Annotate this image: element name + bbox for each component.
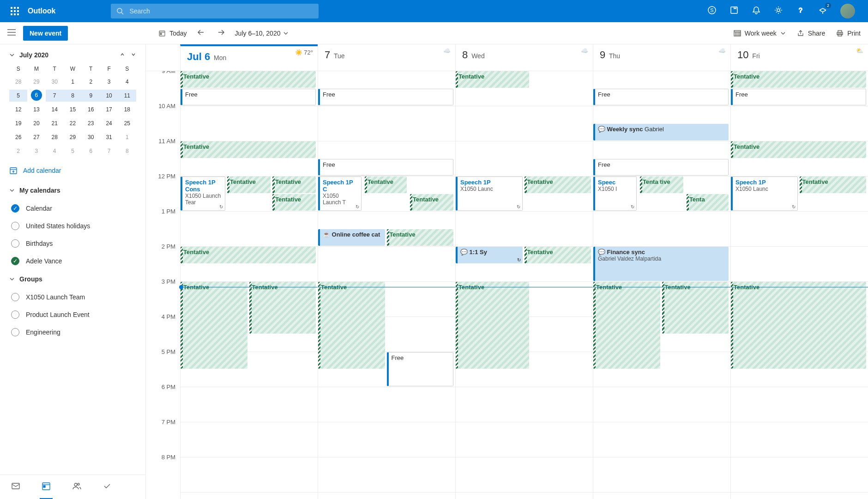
calendar-event[interactable]: Free — [593, 159, 729, 176]
mini-cal-prev[interactable] — [120, 51, 125, 59]
group-item[interactable]: Engineering — [0, 323, 145, 341]
mini-cal-day[interactable]: 30 — [46, 76, 64, 88]
calendar-item[interactable]: Birthdays — [0, 235, 145, 252]
calendar-event[interactable]: Tentative — [456, 71, 529, 88]
prev-week-button[interactable] — [194, 26, 207, 41]
calendar-event[interactable]: ☕ Online coffee cat — [318, 229, 385, 246]
calendar-event[interactable]: Tentative — [524, 247, 591, 263]
mini-cal-day[interactable]: 6 — [82, 145, 100, 157]
calendar-event[interactable]: Tenta tive — [640, 176, 683, 193]
mini-cal-day[interactable]: 16 — [82, 103, 100, 116]
mini-cal-day[interactable]: 25 — [118, 117, 136, 129]
day-header[interactable]: 9 Thu☁️ — [593, 44, 730, 71]
calendar-event[interactable]: 💬 Finance syncGabriel Valdez Malpartida — [593, 247, 729, 281]
calendar-event[interactable]: SpeecX1050 I↻ — [593, 176, 637, 211]
day-column[interactable]: FreeFreeSpeech 1P CX1050 Launch T↻Tentat… — [318, 71, 455, 499]
calendar-event[interactable]: Tentative — [272, 194, 316, 211]
view-selector[interactable]: Work week — [734, 30, 786, 37]
group-checkbox[interactable] — [11, 310, 19, 319]
calendar-event[interactable]: Tentative — [227, 176, 271, 193]
day-header[interactable]: 8 Wed☁️ — [455, 44, 593, 71]
calendar-item[interactable]: Adele Vance — [0, 252, 145, 270]
settings-icon[interactable] — [774, 6, 783, 17]
mini-cal-day[interactable]: 3 — [100, 76, 118, 88]
group-checkbox[interactable] — [11, 293, 19, 301]
hamburger-icon[interactable] — [7, 29, 16, 37]
calendar-event[interactable]: Tentative — [731, 282, 866, 369]
mini-cal-day[interactable]: 8 — [118, 145, 136, 157]
calendar-event[interactable]: Free — [318, 159, 453, 176]
day-column[interactable]: Free💬 Weekly sync GabrielFreeSpeecX1050 … — [593, 71, 730, 499]
mini-cal-day[interactable]: 13 — [27, 103, 45, 116]
date-range-picker[interactable]: July 6–10, 2020 — [235, 30, 289, 37]
day-column[interactable]: TentativeFreeTentativeSpeech 1PX1050 Lau… — [730, 71, 868, 499]
mini-cal-day[interactable]: 19 — [9, 117, 27, 129]
notes-icon[interactable] — [729, 6, 739, 17]
notifications-icon[interactable] — [752, 6, 761, 17]
calendar-event[interactable]: Tentative — [662, 282, 729, 334]
mini-cal-day[interactable]: 2 — [9, 145, 27, 157]
app-launcher-icon[interactable] — [4, 0, 26, 22]
mini-cal-day[interactable]: 7 — [46, 90, 64, 102]
next-week-button[interactable] — [215, 26, 228, 41]
mini-cal-day[interactable]: 15 — [64, 103, 82, 116]
mini-cal-day[interactable]: 6 — [31, 90, 42, 101]
share-button[interactable]: Share — [797, 30, 825, 37]
new-event-button[interactable]: New event — [23, 26, 68, 41]
mini-cal-day[interactable]: 14 — [46, 103, 64, 116]
mini-cal-day[interactable]: 9 — [82, 90, 100, 102]
calendar-event[interactable]: Tentative — [387, 229, 454, 246]
mini-cal-day[interactable]: 21 — [46, 117, 64, 129]
teams-icon[interactable]: 2 — [818, 6, 827, 17]
calendar-event[interactable]: Tenta — [687, 194, 729, 211]
mini-cal-day[interactable]: 23 — [82, 117, 100, 129]
skype-icon[interactable]: S — [707, 6, 717, 17]
day-header[interactable]: 7 Tue☁️ — [318, 44, 455, 71]
calendar-event[interactable]: Free — [731, 89, 866, 105]
day-column[interactable]: TentativeFreeTentativeSpeech 1P ConsX105… — [180, 71, 318, 499]
mini-cal-day[interactable]: 29 — [27, 76, 45, 88]
calendar-event[interactable]: Tentative — [731, 141, 866, 158]
mini-cal-day[interactable]: 1 — [118, 131, 136, 143]
calendar-event[interactable]: Tentative — [456, 282, 529, 369]
calendar-item[interactable]: Calendar — [0, 200, 145, 217]
today-button[interactable]: Today — [158, 30, 187, 37]
calendar-event[interactable]: Free — [181, 89, 316, 105]
add-calendar-button[interactable]: Add calendar — [0, 160, 145, 181]
mini-cal-day[interactable]: 31 — [100, 131, 118, 143]
mini-cal-day[interactable]: 11 — [118, 90, 136, 102]
calendar-event[interactable]: Tentative — [249, 282, 316, 334]
mini-cal-day[interactable]: 4 — [46, 145, 64, 157]
mini-cal-day[interactable]: 24 — [100, 117, 118, 129]
calendar-event[interactable]: Tentative — [800, 176, 867, 193]
calendar-event[interactable]: Tentative — [181, 71, 316, 88]
group-item[interactable]: Product Launch Event — [0, 306, 145, 323]
calendar-event[interactable]: Tentative — [181, 282, 247, 369]
calendar-event[interactable]: Tentative — [365, 176, 407, 193]
calendar-event[interactable]: Tentative — [410, 194, 453, 211]
mini-cal-next[interactable] — [131, 51, 136, 59]
calendar-event[interactable]: Tentative — [318, 282, 385, 369]
calendar-item[interactable]: United States holidays — [0, 217, 145, 235]
mini-cal-day[interactable]: 8 — [64, 90, 82, 102]
mini-cal-day[interactable]: 5 — [64, 145, 82, 157]
mini-cal-day[interactable]: 30 — [82, 131, 100, 143]
calendar-event[interactable]: Free — [387, 352, 454, 386]
group-item[interactable]: X1050 Launch Team — [0, 288, 145, 306]
mini-cal-day[interactable]: 20 — [27, 117, 45, 129]
calendar-checkbox[interactable] — [11, 257, 19, 265]
calendar-grid-scroll[interactable]: 9 AM10 AM11 AM12 PM1 PM2 PM3 PM4 PM5 PM6… — [146, 71, 868, 499]
mini-cal-day[interactable]: 10 — [100, 90, 118, 102]
help-icon[interactable]: ? — [796, 6, 805, 17]
calendar-event[interactable]: Tentative — [524, 176, 591, 193]
calendar-checkbox[interactable] — [11, 239, 19, 248]
avatar[interactable] — [840, 4, 855, 18]
calendar-event[interactable]: Tentative — [181, 141, 316, 158]
calendar-event[interactable]: Tentative — [731, 71, 866, 88]
calendar-event[interactable]: 💬 Weekly sync Gabriel — [593, 124, 729, 140]
calendar-event[interactable]: Speech 1PX1050 Launc↻ — [731, 176, 798, 211]
calendar-checkbox[interactable] — [11, 204, 19, 213]
calendar-checkbox[interactable] — [11, 222, 19, 230]
calendar-nav-icon[interactable] — [42, 481, 51, 493]
mini-cal-day[interactable]: 7 — [100, 145, 118, 157]
